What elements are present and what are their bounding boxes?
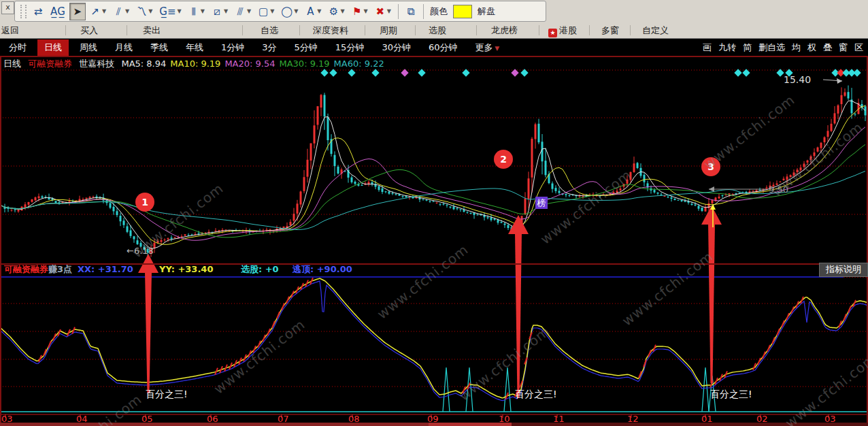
candle-body [307, 160, 309, 177]
right-tool-4[interactable]: 均 [792, 42, 801, 54]
period-tab-7[interactable]: 3分 [255, 39, 283, 56]
delete-drawing-icon-dropdown[interactable]: ▼ [387, 8, 391, 14]
menu-item-多窗[interactable]: 多窗 [601, 24, 619, 37]
candle-body [181, 236, 183, 237]
vertical-lines-icon-dropdown[interactable]: ▼ [201, 8, 205, 14]
commentary-label[interactable]: 解盘 [478, 5, 495, 18]
trend-line-icon[interactable]: ↗▼ [87, 3, 109, 20]
menu-item-返回[interactable]: 返回 [1, 24, 19, 37]
ag-text-icon[interactable]: A̲G̲ [48, 3, 68, 20]
zigzag-line-icon[interactable]: 〽▼ [133, 3, 155, 20]
right-tool-6[interactable]: 叠 [823, 42, 832, 54]
color-label: 颜色 [430, 5, 448, 18]
menu-item-自选[interactable]: 自选 [261, 24, 278, 37]
period-tab-2[interactable]: 周线 [73, 39, 104, 56]
period-tab-11[interactable]: 60分钟 [422, 39, 465, 56]
indicator-spike [443, 367, 450, 412]
menu-item-周期[interactable]: 周期 [380, 24, 397, 37]
hatch-lines-icon[interactable]: ⫻▼ [232, 3, 254, 20]
stock-name-label[interactable]: 世嘉科技 [79, 59, 114, 69]
rectangle-tool-icon-dropdown[interactable]: ▼ [270, 8, 274, 14]
right-tool-1[interactable]: 九转 [718, 42, 736, 54]
candle-body [507, 225, 510, 228]
period-tab-3[interactable]: 月线 [108, 39, 139, 56]
trend-line-icon-dropdown[interactable]: ▼ [102, 8, 106, 14]
toolbar-separator [398, 4, 399, 19]
cursor-arrow-icon[interactable]: ➤ [69, 3, 86, 20]
rectangle-tool-icon[interactable]: ▢▼ [255, 3, 277, 20]
toolbar-grip-handle[interactable] [20, 5, 27, 18]
candle-body [664, 196, 666, 197]
parallel-lines-icon[interactable]: ⫽▼ [110, 3, 132, 20]
candlestick-and-indicator-chart[interactable]: ←6.1815.409.50123榜百分之三!百分之三!百分之三!可融资融券赚3… [0, 56, 868, 426]
right-tool-7[interactable]: 窗 [839, 42, 848, 54]
period-tab-8[interactable]: 5分钟 [288, 39, 324, 56]
candle-body [552, 184, 554, 189]
right-tool-2[interactable]: 简 [743, 42, 752, 54]
gann-text-icon[interactable]: G̲≡▼ [156, 3, 184, 20]
right-tool-8[interactable]: 区 [854, 42, 863, 54]
menu-item-港股[interactable]: ★港股 [548, 24, 577, 37]
close-toolbar-button[interactable]: x [1, 1, 14, 14]
candle-body [38, 196, 40, 198]
period-tab-12[interactable]: 更多 ▼ [468, 39, 506, 56]
panel-layout-icon[interactable]: ⧉ [403, 3, 419, 20]
chart-region[interactable]: 日线 可融资融券 世嘉科技 MA5: 8.94MA10: 9.19MA20: 9… [0, 56, 868, 426]
fan-lines-icon[interactable]: ⧄▼ [209, 3, 231, 20]
signal-circle-num-1: 1 [141, 197, 148, 208]
zigzag-line-icon-dropdown[interactable]: ▼ [148, 8, 152, 14]
right-tool-5[interactable]: 权 [807, 42, 816, 54]
period-tab-5[interactable]: 年线 [179, 39, 210, 56]
settings-gear-icon[interactable]: ⚙▼ [325, 3, 347, 20]
text-tool-icon[interactable]: A▼ [302, 3, 324, 20]
candle-body [402, 196, 404, 197]
axis-month-label-5: 08 [348, 414, 360, 424]
menu-item-卖出[interactable]: 卖出 [143, 24, 161, 37]
fan-lines-icon-dropdown[interactable]: ▼ [224, 8, 228, 14]
gann-text-icon-dropdown[interactable]: ▼ [178, 8, 182, 14]
period-tab-10[interactable]: 30分钟 [375, 39, 418, 56]
color-swatch[interactable] [453, 5, 472, 18]
candle-body [582, 196, 584, 197]
candle-body [841, 95, 843, 104]
toolbar-separator [423, 4, 424, 19]
parallel-lines-icon-dropdown[interactable]: ▼ [125, 8, 129, 14]
text-tool-icon-dropdown[interactable]: ▼ [317, 8, 321, 14]
menu-item-自定义[interactable]: 自定义 [642, 24, 669, 37]
candle-body [797, 169, 799, 172]
circle-tool-icon-dropdown[interactable]: ▼ [294, 8, 298, 14]
vertical-lines-icon[interactable]: ⫴▼ [186, 3, 207, 20]
menu-item-深度资料[interactable]: 深度资料 [313, 24, 348, 37]
candle-body [127, 226, 129, 231]
menu-item-选股[interactable]: 选股 [429, 24, 446, 37]
flag-marker-icon-dropdown[interactable]: ▼ [364, 8, 368, 14]
candle-body [633, 163, 635, 172]
candle-body [735, 193, 737, 194]
candle-body [133, 236, 135, 239]
period-tab-6[interactable]: 1分钟 [214, 39, 251, 56]
indicator-adjust-icon[interactable]: ⇄ [30, 3, 46, 20]
menu-item-买入[interactable]: 买入 [80, 24, 98, 37]
period-tab-0[interactable]: 分时 [2, 39, 33, 56]
right-tool-3[interactable]: 删自选 [758, 42, 785, 54]
candle-body [695, 205, 697, 206]
menu-item-龙虎榜[interactable]: 龙虎榜 [491, 24, 518, 37]
right-tool-0[interactable]: 画 [703, 42, 712, 54]
candle-body [824, 137, 826, 142]
margin-board-tag[interactable]: 可融资融券 [28, 59, 72, 69]
candle-body [392, 193, 394, 194]
period-tab-9[interactable]: 15分钟 [329, 39, 371, 56]
hatch-lines-icon-dropdown[interactable]: ▼ [247, 8, 251, 14]
settings-gear-icon-dropdown[interactable]: ▼ [340, 8, 344, 14]
period-tab-1[interactable]: 日线 [37, 39, 69, 56]
delete-drawing-icon[interactable]: ✖▼ [372, 3, 394, 20]
circle-tool-icon[interactable]: ◯▼ [278, 3, 301, 20]
axis-month-label-0: 03 [1, 414, 13, 424]
candle-body [766, 188, 768, 189]
candle-body [854, 114, 856, 114]
flag-marker-icon[interactable]: ⚑▼ [349, 3, 371, 20]
period-tab-4[interactable]: 季线 [144, 39, 175, 56]
candle-body [337, 167, 339, 174]
indicator-help-button[interactable]: 指标说明 [819, 263, 868, 277]
signal-circle-num-3: 3 [707, 161, 714, 172]
